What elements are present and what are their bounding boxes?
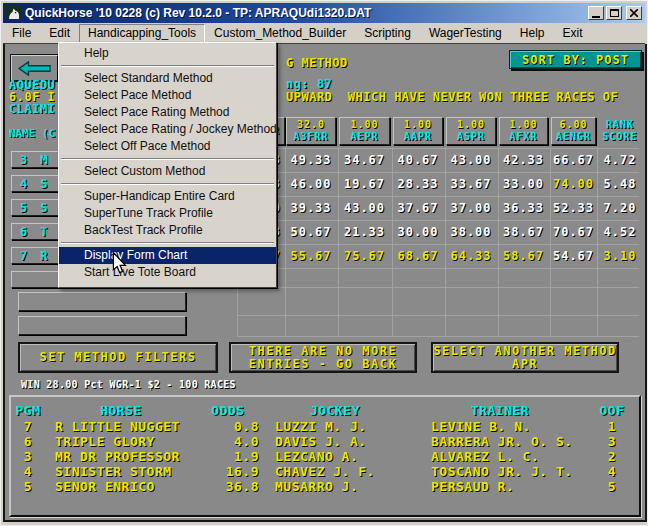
- menu-item-select-custom-method[interactable]: Select Custom Method: [59, 163, 276, 180]
- menu-item-select-pace-method[interactable]: Select Pace Method: [59, 87, 276, 104]
- handicapping-tools-menu: HelpSelect Standard MethodSelect Pace Me…: [58, 42, 277, 288]
- close-button[interactable]: [626, 6, 642, 20]
- cell-r1-c4: 33.67: [446, 173, 496, 196]
- select-another-method-line1: SELECT ANOTHER METHOD: [433, 345, 616, 358]
- menubar-item-file[interactable]: File: [3, 24, 40, 43]
- set-method-filters-button[interactable]: SET METHOD FILTERS: [18, 342, 218, 373]
- method-title-fragment: G METHOD: [286, 56, 348, 70]
- row-button-5[interactable]: 5S: [11, 199, 61, 216]
- row-button-6[interactable]: 6T: [11, 223, 61, 240]
- results-header-oof: OOF: [589, 403, 635, 418]
- menu-item-supertune-track-profile[interactable]: SuperTune Track Profile: [59, 205, 276, 222]
- column-header-code: AFXR: [509, 131, 537, 143]
- menubar-item-exit[interactable]: Exit: [553, 24, 591, 43]
- cell-r2-c3: 37.67: [393, 197, 443, 220]
- column-header-score: RANKSCORE: [599, 117, 641, 145]
- menu-item-help[interactable]: Help: [59, 45, 276, 62]
- blank-entry-button-2[interactable]: [18, 316, 186, 335]
- horse-name-fragment: S: [40, 177, 47, 191]
- cell-r0-c6: 66.67: [551, 149, 596, 172]
- back-arrow-icon: [17, 61, 53, 76]
- menu-item-select-pace-rating-method[interactable]: Select Pace Rating Method: [59, 104, 276, 121]
- results-cell-pgm: 5: [11, 479, 45, 494]
- cell-r3-c7: 4.52: [599, 221, 641, 244]
- row-button-3[interactable]: 3M: [11, 151, 61, 168]
- horse-name-fragment: S: [40, 201, 47, 215]
- results-cell-jockey: LEZCANO A.: [259, 449, 411, 464]
- results-cell-oof: 3: [589, 434, 635, 449]
- results-panel: PGMHORSEODDSJOCKEYTRAINEROOF 7R LITTLE N…: [9, 395, 641, 517]
- blank-entry-button-1[interactable]: [18, 292, 186, 311]
- results-header-jockey: JOCKEY: [259, 403, 411, 418]
- row-button-blank[interactable]: [11, 271, 61, 288]
- column-header-aengr[interactable]: 6.00AENGR: [551, 117, 596, 145]
- results-cell-jockey: LUZZI M. J.: [259, 419, 411, 434]
- column-header-top: 1.00: [509, 119, 537, 131]
- sort-by-post-button[interactable]: SORT BY: POST: [509, 50, 642, 69]
- column-header-a3frr[interactable]: 32.0A3FRR: [286, 117, 336, 145]
- cell-r1-c6: 74.00: [551, 173, 596, 196]
- column-header-aepr[interactable]: 1.00AEPR: [339, 117, 390, 145]
- menu-item-select-pace-rating-jockey-method[interactable]: Select Pace Rating / Jockey Method: [59, 121, 276, 138]
- grid-hline: [237, 336, 639, 337]
- rating-fragment: ng: 87: [286, 77, 332, 91]
- menu-item-start-live-tote-board[interactable]: Start Live Tote Board: [59, 264, 276, 281]
- menubar-item-handicapping-tools[interactable]: Handicapping_Tools: [79, 24, 205, 43]
- client-area: AQUEDU 6.0F I CLAIMI G METHOD ng: 87 UPW…: [3, 44, 647, 522]
- row-button-7[interactable]: 7R: [11, 247, 61, 264]
- menu-item-select-off-pace-method[interactable]: Select Off Pace Method: [59, 138, 276, 155]
- sort-by-post-label: SORT BY: POST: [522, 53, 629, 67]
- cell-r2-c6: 52.33: [551, 197, 596, 220]
- column-header-top: 1.00: [457, 119, 485, 131]
- results-row: 4SINISTER STORM16.9CHAVEZ J. F.TOSCANO J…: [11, 464, 639, 479]
- cell-r4-c5: 58.67: [499, 245, 548, 268]
- menubar-item-scripting[interactable]: Scripting: [355, 24, 420, 43]
- results-cell-oof: 5: [589, 479, 635, 494]
- results-cell-oof: 2: [589, 449, 635, 464]
- no-more-entries-button[interactable]: THERE ARE NO MORE ENTRIES - GO BACK: [229, 342, 417, 373]
- close-icon: [630, 9, 638, 17]
- cell-r4-c3: 68.67: [393, 245, 443, 268]
- cell-r0-c7: 4.72: [599, 149, 641, 172]
- menubar-item-help[interactable]: Help: [511, 24, 554, 43]
- menubar-item-edit[interactable]: Edit: [40, 24, 79, 43]
- menu-item-super-handicap-entire-card[interactable]: Super-Handicap Entire Card: [59, 188, 276, 205]
- results-row: 5SENOR ENRICO36.8MUSARRO J.PERSAUD R.5: [11, 479, 639, 494]
- column-header-aspr[interactable]: 1.00ASPR: [446, 117, 496, 145]
- cell-r4-c1: 55.67: [286, 245, 336, 268]
- results-header-horse: HORSE: [45, 403, 197, 418]
- menu-separator: [61, 242, 274, 244]
- results-cell-odds: 4.0: [197, 434, 259, 449]
- column-header-aapr[interactable]: 1.00AAPR: [393, 117, 443, 145]
- column-header-afxr[interactable]: 1.00AFXR: [499, 117, 548, 145]
- results-cell-trainer: TOSCANO JR. J. T.: [411, 464, 589, 479]
- row-button-4[interactable]: 4S: [11, 175, 61, 192]
- results-row: 3MR DR PROFESSOR1.9LEZCANO A.ALVAREZ L. …: [11, 449, 639, 464]
- cell-r4-c4: 64.33: [446, 245, 496, 268]
- results-header-pgm: PGM: [11, 403, 45, 418]
- cell-r3-c2: 21.33: [339, 221, 390, 244]
- cell-r2-c1: 39.33: [286, 197, 336, 220]
- cell-r1-c1: 46.00: [286, 173, 336, 196]
- cell-r2-c2: 43.00: [339, 197, 390, 220]
- app-window: QuickHorse '10 0228 (c) Rev 10.2.0 - TP:…: [0, 0, 648, 526]
- cell-r0-c5: 42.33: [499, 149, 548, 172]
- menu-item-select-standard-method[interactable]: Select Standard Method: [59, 70, 276, 87]
- select-another-method-button[interactable]: SELECT ANOTHER METHOD APR: [431, 342, 619, 373]
- menu-item-backtest-track-profile[interactable]: BackTest Track Profile: [59, 222, 276, 239]
- maximize-button[interactable]: [606, 6, 622, 20]
- menubar-item-custom-method-builder[interactable]: Custom_Method_Builder: [205, 24, 355, 43]
- cell-r1-c5: 33.00: [499, 173, 548, 196]
- results-cell-oof: 1: [589, 419, 635, 434]
- column-header-code: SCORE: [602, 131, 637, 143]
- column-header-top: 1.00: [404, 119, 432, 131]
- window-title: QuickHorse '10 0228 (c) Rev 10.2.0 - TP:…: [25, 6, 586, 20]
- select-another-method-line2: APR: [512, 358, 538, 371]
- grid-hline: [237, 315, 639, 316]
- minimize-button[interactable]: [588, 6, 604, 20]
- results-cell-oof: 4: [589, 464, 635, 479]
- menu-item-display-form-chart[interactable]: Display Form Chart: [59, 247, 276, 264]
- results-cell-jockey: MUSARRO J.: [259, 479, 411, 494]
- cell-r1-c7: 5.48: [599, 173, 641, 196]
- menubar-item-wagertesting[interactable]: WagerTesting: [420, 24, 511, 43]
